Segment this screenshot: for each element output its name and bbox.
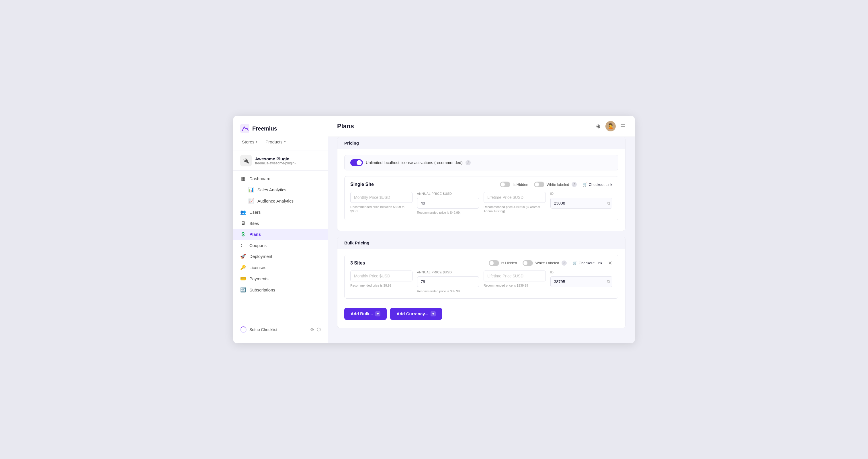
single-site-monthly-hint: Recommended price between $3.99 to $9.99… <box>350 205 412 213</box>
three-sites-monthly-hint: Recommended price is $8.99 <box>350 283 412 287</box>
three-sites-id-copy-btn[interactable]: ⧉ <box>607 279 610 284</box>
three-sites-hidden-toggle[interactable] <box>489 260 499 266</box>
three-sites-whitelabel-toggle[interactable] <box>523 260 533 266</box>
setup-share-btn[interactable]: ⬡ <box>317 327 321 332</box>
three-sites-controls: Is Hidden White Labeled i <box>489 260 612 266</box>
three-sites-annual-group: Annual Price $USD Recommended price is $… <box>417 270 479 293</box>
sidebar-item-payments[interactable]: 💳 Payments <box>233 273 328 284</box>
nav-list: ▦ Dashboard 📊 Sales Analytics 📈 Audience… <box>233 171 328 323</box>
setup-checklist-label: Setup Checklist <box>249 327 307 332</box>
single-site-whitelabel-info-icon[interactable]: i <box>571 182 577 187</box>
users-icon: 👥 <box>240 209 246 215</box>
bottom-actions: Add Bulk... ▾ Add Currency... ▾ <box>344 303 618 322</box>
setup-spinner-icon <box>240 326 247 333</box>
three-sites-annual-label: Annual Price $USD <box>417 270 479 274</box>
single-site-checkout-link-btn[interactable]: 🛒 Checkout Link <box>583 182 612 187</box>
single-site-id-input[interactable] <box>550 198 613 208</box>
single-site-controls: Is Hidden White labeled i <box>500 181 612 187</box>
unlimited-info-icon[interactable]: i <box>466 160 471 165</box>
single-site-whitelabel-toggle[interactable] <box>534 181 545 187</box>
products-dropdown-btn[interactable]: Products ▾ <box>261 138 289 146</box>
avatar[interactable]: 🙎 <box>606 121 616 132</box>
single-site-hidden-group: Is Hidden <box>500 181 528 187</box>
unlimited-toggle[interactable] <box>350 159 363 166</box>
products-chevron-icon: ▾ <box>284 140 286 144</box>
sidebar-item-subscriptions[interactable]: 🔄 Subscriptions <box>233 284 328 295</box>
plugin-icon: 🔌 <box>240 155 252 166</box>
sidebar-item-dashboard[interactable]: ▦ Dashboard <box>233 173 328 184</box>
stores-dropdown-btn[interactable]: Stores ▾ <box>238 138 261 146</box>
three-sites-monthly-input[interactable] <box>350 270 412 281</box>
sidebar-item-plans[interactable]: 💲 Plans <box>233 229 328 240</box>
sidebar-item-deployment[interactable]: 🚀 Deployment <box>233 251 328 262</box>
menu-button[interactable]: ☰ <box>620 123 625 130</box>
add-bulk-btn[interactable]: Add Bulk... ▾ <box>344 308 387 320</box>
single-site-id-group: ID ⧉ <box>550 192 613 214</box>
deployment-icon: 🚀 <box>240 254 246 259</box>
unlimited-toggle-row: Unlimited localhost license activations … <box>344 155 618 170</box>
three-sites-annual-input[interactable] <box>417 276 479 287</box>
single-site-monthly-input[interactable] <box>350 192 412 203</box>
three-sites-whitelabel-info-icon[interactable]: i <box>562 260 567 266</box>
bulk-pricing-inner: 3 Sites Is Hidden <box>337 249 625 328</box>
single-site-hidden-track <box>500 181 510 187</box>
svg-rect-0 <box>240 124 249 133</box>
three-sites-price-fields: Recommended price is $8.99 Annual Price … <box>350 270 612 293</box>
three-sites-id-input[interactable] <box>550 276 613 287</box>
sidebar-item-audience-analytics[interactable]: 📈 Audience Analytics <box>233 195 328 206</box>
stores-chevron-icon: ▾ <box>256 140 257 144</box>
three-sites-id-group: ID ⧉ <box>550 270 613 293</box>
single-site-price-fields: Recommended price between $3.99 to $9.99… <box>350 192 612 214</box>
single-site-id-copy-btn[interactable]: ⧉ <box>607 201 610 206</box>
single-site-id-label: ID <box>550 192 613 195</box>
single-site-lifetime-input[interactable] <box>484 192 546 203</box>
add-bulk-arrow-icon: ▾ <box>375 311 380 316</box>
freemius-logo-icon <box>240 124 249 133</box>
licenses-icon: 🔑 <box>240 265 246 270</box>
single-site-checkout-label: Checkout Link <box>589 182 612 187</box>
plugin-info: Awesome Plugin freemius-awesome-plugin-.… <box>255 156 299 165</box>
sidebar-item-licenses[interactable]: 🔑 Licenses <box>233 262 328 273</box>
store-products-bar: Stores ▾ Products ▾ <box>233 138 328 151</box>
three-sites-close-btn[interactable]: ✕ <box>608 260 612 266</box>
coupons-icon: 🏷 <box>240 243 246 248</box>
sales-analytics-icon: 📊 <box>248 187 254 193</box>
three-sites-checkout-label: Checkout Link <box>579 261 602 265</box>
setup-checklist-bar: Setup Checklist ⊗ ⬡ <box>233 323 328 336</box>
setup-checklist-actions: ⊗ ⬡ <box>310 327 321 332</box>
single-site-whitelabel-label: White labeled <box>547 182 569 187</box>
three-sites-checkout-link-btn[interactable]: 🛒 Checkout Link <box>572 261 602 265</box>
add-button[interactable]: ⊕ <box>596 123 601 130</box>
sidebar-item-sites[interactable]: 🖥 Sites <box>233 218 328 229</box>
sidebar-item-users[interactable]: 👥 Users <box>233 206 328 218</box>
plans-icon: 💲 <box>240 231 246 237</box>
single-site-annual-input[interactable] <box>417 198 479 208</box>
add-currency-arrow-icon: ▾ <box>431 311 436 316</box>
setup-block-btn[interactable]: ⊗ <box>310 327 314 332</box>
add-currency-btn[interactable]: Add Currency... ▾ <box>390 308 442 320</box>
sites-icon: 🖥 <box>240 221 246 226</box>
sidebar-item-sales-analytics[interactable]: 📊 Sales Analytics <box>233 184 328 195</box>
three-sites-whitelabel-group: White Labeled i <box>523 260 566 266</box>
main-body: Pricing Unlimited localhost license acti… <box>328 137 635 343</box>
three-sites-hidden-label: Is Hidden <box>501 261 517 265</box>
hamburger-icon: ☰ <box>620 123 625 130</box>
main-content: Plans ⊕ 🙎 ☰ Pricing <box>328 116 635 343</box>
logo-text: Freemius <box>252 125 277 132</box>
three-sites-lifetime-hint: Recommended price is $239.99 <box>484 283 546 287</box>
single-site-whitelabel-group: White labeled i <box>534 181 577 187</box>
add-currency-label: Add Currency... <box>397 311 428 316</box>
plugin-slug: freemius-awesome-plugin-... <box>255 161 299 165</box>
single-site-hidden-toggle[interactable] <box>500 181 510 187</box>
three-sites-hidden-group: Is Hidden <box>489 260 517 266</box>
single-site-hidden-label: Is Hidden <box>513 182 528 187</box>
three-sites-lifetime-input[interactable] <box>484 270 546 281</box>
single-site-plan: Single Site Is Hidden <box>344 176 618 220</box>
three-sites-whitelabel-label: White Labeled <box>535 261 559 265</box>
single-site-lifetime-hint: Recommended price $149.99 (3 Years x Ann… <box>484 205 546 213</box>
three-sites-hidden-track <box>489 260 499 266</box>
sidebar-item-coupons[interactable]: 🏷 Coupons <box>233 240 328 251</box>
unlimited-toggle-label: Unlimited localhost license activations … <box>366 160 463 165</box>
bulk-pricing-section: Bulk Pricing 3 Sites Is Hidden <box>337 237 625 328</box>
sidebar-header: Freemius <box>233 116 328 138</box>
